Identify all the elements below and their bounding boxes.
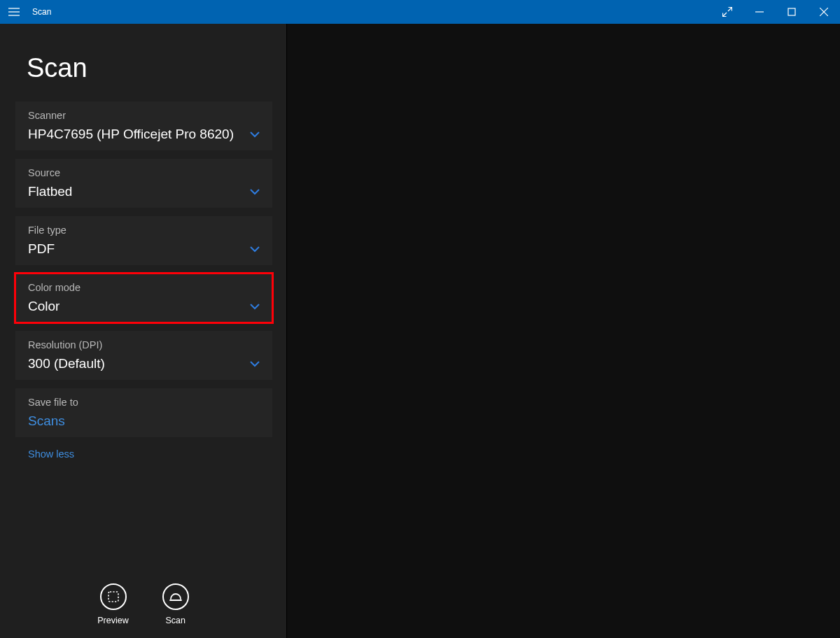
show-less-link[interactable]: Show less — [0, 437, 286, 460]
scan-label: Scan — [165, 616, 186, 625]
preview-canvas — [287, 24, 840, 638]
filetype-dropdown[interactable]: File type PDF — [15, 216, 272, 265]
resolution-value: 300 (Default) — [28, 356, 105, 371]
chevron-down-icon — [250, 303, 260, 310]
chevron-down-icon — [250, 360, 260, 367]
page-title: Scan — [0, 24, 286, 101]
colormode-dropdown[interactable]: Color mode Color — [15, 274, 272, 322]
scan-button[interactable]: Scan — [162, 583, 189, 625]
colormode-value: Color — [28, 299, 59, 314]
fullscreen-button[interactable] — [711, 0, 743, 24]
svg-rect-9 — [108, 592, 118, 602]
minimize-button[interactable] — [743, 0, 776, 24]
saveto-value: Scans — [28, 413, 65, 429]
scanner-label: Scanner — [28, 110, 260, 121]
source-label: Source — [28, 167, 260, 178]
title-bar: Scan — [0, 0, 840, 24]
source-value: Flatbed — [28, 184, 72, 199]
preview-label: Preview — [97, 616, 128, 625]
main-area: Scan Scanner HP4C7695 (HP Officejet Pro … — [0, 24, 840, 638]
scanner-dropdown[interactable]: Scanner HP4C7695 (HP Officejet Pro 8620) — [15, 101, 272, 150]
scan-icon — [162, 583, 189, 610]
chevron-down-icon — [250, 131, 260, 138]
svg-rect-6 — [788, 8, 795, 15]
source-dropdown[interactable]: Source Flatbed — [15, 159, 272, 208]
close-button[interactable] — [808, 0, 840, 24]
filetype-value: PDF — [28, 241, 55, 257]
saveto-button[interactable]: Save file to Scans — [15, 388, 272, 437]
preview-icon — [100, 583, 127, 610]
saveto-label: Save file to — [28, 397, 260, 408]
resolution-label: Resolution (DPI) — [28, 339, 260, 350]
svg-line-4 — [723, 13, 727, 16]
maximize-button[interactable] — [776, 0, 808, 24]
scanner-value: HP4C7695 (HP Officejet Pro 8620) — [28, 127, 234, 142]
window-title: Scan — [32, 7, 51, 17]
resolution-dropdown[interactable]: Resolution (DPI) 300 (Default) — [15, 331, 272, 380]
svg-line-3 — [728, 8, 732, 11]
chevron-down-icon — [250, 188, 260, 195]
chevron-down-icon — [250, 246, 260, 253]
colormode-label: Color mode — [28, 282, 260, 293]
filetype-label: File type — [28, 225, 260, 236]
hamburger-menu-button[interactable] — [8, 8, 20, 16]
preview-button[interactable]: Preview — [97, 583, 128, 625]
settings-sidebar: Scan Scanner HP4C7695 (HP Officejet Pro … — [0, 24, 287, 638]
